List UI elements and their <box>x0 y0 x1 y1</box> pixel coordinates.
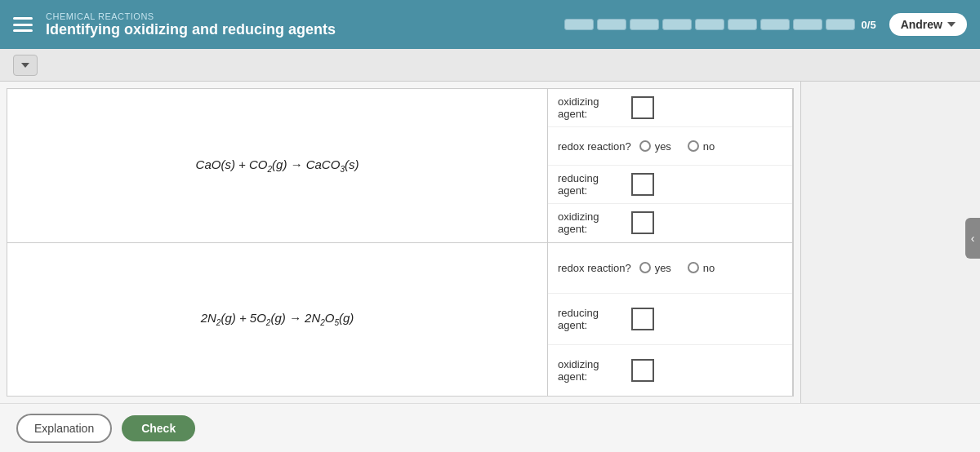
oxidizing-label-1: oxidizingagent: <box>558 95 623 120</box>
right-collapse-handle[interactable]: ‹ <box>965 218 980 259</box>
yes-radio-1[interactable] <box>639 140 651 152</box>
header-title: Identifying oxidizing and reducing agent… <box>46 21 551 38</box>
table-row-2: 2N2(g) + 5O2(g) → 2N2O5(g) redox reactio… <box>7 243 793 397</box>
no-option-2[interactable]: no <box>688 262 715 274</box>
table-area: CaO(s) + CO2(g) → CaCO3(s) oxidizingagen… <box>0 82 980 403</box>
progress-bar <box>564 19 855 30</box>
oxidizing-row-1-bottom: oxidizingagent: <box>548 204 792 242</box>
check-button[interactable]: Check <box>122 415 195 441</box>
user-name: Andrew <box>901 18 942 31</box>
reducing-label-2: reducingagent: <box>558 307 623 331</box>
progress-seg-2 <box>597 19 626 30</box>
reactions-table: CaO(s) + CO2(g) → CaCO3(s) oxidizingagen… <box>7 88 794 397</box>
chevron-down-icon <box>947 22 956 27</box>
oxidizing-input-1[interactable] <box>631 96 654 119</box>
yes-radio-2[interactable] <box>639 262 651 273</box>
redox-question-2: redox reaction? <box>558 262 631 274</box>
collapse-bar <box>0 49 980 82</box>
chevron-down-icon <box>21 63 29 68</box>
answer-cell-2: redox reaction? yes no <box>548 243 793 397</box>
table-row: CaO(s) + CO2(g) → CaCO3(s) oxidizingagen… <box>7 89 793 243</box>
no-label-1: no <box>703 140 715 153</box>
redox-row-2: redox reaction? yes no <box>548 243 792 295</box>
user-menu-button[interactable]: Andrew <box>889 13 967 36</box>
reducing-input-1[interactable] <box>631 173 654 196</box>
reducing-row-1: reducingagent: <box>548 166 792 204</box>
progress-seg-8 <box>793 19 822 30</box>
oxidizing-row-1-top: oxidizingagent: <box>548 89 792 127</box>
explanation-button[interactable]: Explanation <box>16 414 112 443</box>
redox-radio-group-1: yes no <box>639 140 715 153</box>
answer-cell-1: oxidizingagent: redox reaction? yes <box>548 89 793 242</box>
reaction-equation-2: 2N2(g) + 5O2(g) → 2N2O5(g) <box>7 243 548 397</box>
yes-option-2[interactable]: yes <box>639 262 671 274</box>
redox-row-1: redox reaction? yes no <box>548 127 792 166</box>
no-option-1[interactable]: no <box>688 140 715 153</box>
main-content: CaO(s) + CO2(g) → CaCO3(s) oxidizingagen… <box>0 49 980 403</box>
no-label-2: no <box>703 262 715 274</box>
menu-icon[interactable] <box>13 17 33 32</box>
header: CHEMICAL REACTIONS Identifying oxidizing… <box>0 0 980 49</box>
yes-label-2: yes <box>655 262 671 274</box>
progress-seg-7 <box>760 19 790 30</box>
redox-radio-group-2: yes no <box>639 262 715 274</box>
progress-label: 0/5 <box>862 19 876 31</box>
progress-seg-5 <box>695 19 724 30</box>
reducing-label-1: reducingagent: <box>558 172 623 197</box>
progress-seg-3 <box>630 19 659 30</box>
oxidizing-label-2: oxidizingagent: <box>558 358 623 383</box>
footer-buttons: Explanation Check <box>0 403 980 452</box>
progress-section: 0/5 <box>564 19 876 31</box>
no-radio-1[interactable] <box>688 140 699 152</box>
progress-seg-9 <box>826 19 855 30</box>
right-panel <box>800 82 980 403</box>
collapse-button[interactable] <box>13 55 38 76</box>
redox-question-1: redox reaction? <box>558 140 631 153</box>
progress-seg-4 <box>662 19 692 30</box>
reducing-input-2[interactable] <box>631 308 654 330</box>
header-subtitle: CHEMICAL REACTIONS <box>46 11 551 21</box>
reaction-equation-1: CaO(s) + CO2(g) → CaCO3(s) <box>7 89 548 242</box>
oxidizing-input-1b[interactable] <box>631 211 654 234</box>
no-radio-2[interactable] <box>688 262 699 273</box>
progress-seg-6 <box>728 19 757 30</box>
header-title-section: CHEMICAL REACTIONS Identifying oxidizing… <box>46 11 551 38</box>
yes-option-1[interactable]: yes <box>639 140 671 153</box>
yes-label-1: yes <box>655 140 671 153</box>
oxidizing-input-2[interactable] <box>631 359 654 382</box>
oxidizing-row-2: oxidizingagent: <box>548 345 792 396</box>
progress-seg-1 <box>564 19 594 30</box>
reducing-row-2: reducingagent: <box>548 294 792 345</box>
oxidizing-label-1b: oxidizingagent: <box>558 210 623 235</box>
